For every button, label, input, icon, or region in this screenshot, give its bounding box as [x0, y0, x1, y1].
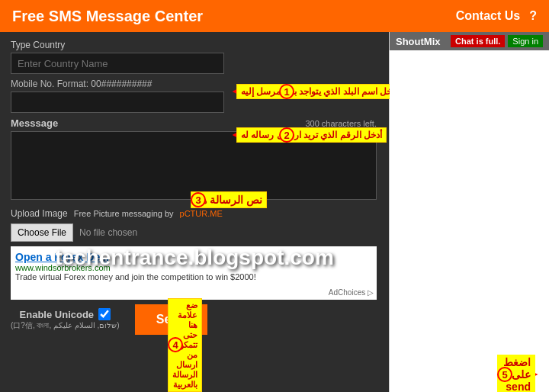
num-1: 1	[279, 84, 294, 99]
free-picture-label: Free Picture messaging by	[74, 209, 174, 218]
annotation-2-text: أدخل الرقم الذي تريد ارسال رساله له	[236, 127, 387, 143]
unicode-section: Enable Unicode (口?信, বাংলা, שלום, السلام…	[11, 308, 120, 331]
ad-area: Open a Forex De... www.windsorbrokers.co…	[11, 246, 377, 300]
header: Free SMS Message Center Contact Us ?	[0, 0, 549, 32]
form-area: Type Country Mobile No. Format: 00######…	[0, 32, 389, 392]
annotation-1-text: أدخل اسم البلد الذي يتواجد به المرسل إلي…	[236, 84, 403, 99]
annotation-5: اضغط على send 5	[497, 368, 535, 381]
help-button[interactable]: ?	[529, 9, 537, 23]
shoutmix-header: ShoutMix Chat is full. Sign in	[390, 32, 549, 50]
unicode-checkbox[interactable]	[98, 308, 111, 320]
app-title: Free SMS Message Center	[12, 8, 203, 25]
sidebar: ShoutMix Chat is full. Sign in	[389, 32, 549, 392]
annotation-2: أدخل الرقم الذي تريد ارسال رساله له 2	[236, 127, 294, 143]
upload-row: Upload Image Free Picture messaging by p…	[11, 208, 378, 219]
num-3: 3	[191, 192, 206, 207]
num-2: 2	[279, 127, 294, 143]
no-file-chosen: No file chosen	[79, 227, 137, 238]
ad-choices[interactable]: AdChoices ▷	[329, 288, 374, 297]
mobile-input[interactable]	[11, 92, 224, 113]
upload-label: Upload Image	[11, 208, 68, 219]
shoutmix-title: ShoutMix	[396, 36, 441, 47]
sidebar-content	[390, 50, 549, 392]
sign-in-button[interactable]: Sign in	[508, 35, 543, 47]
annotation-1: أدخل اسم البلد الذي يتواجد به المرسل إلي…	[236, 84, 294, 99]
header-right: Contact Us ?	[456, 9, 537, 23]
free-picture-link[interactable]: pCTUR.ME	[180, 209, 223, 218]
annotation-4: ضع علامة هنا حتى تتمكن من ارسال الرسالة …	[168, 337, 183, 352]
ad-text: Trade virtual Forex money and join the c…	[15, 272, 372, 281]
contact-us-link[interactable]: Contact Us	[456, 9, 520, 23]
unicode-sublabel: (口?信, বাংলা, שלום, السلام عليكم)	[11, 320, 120, 331]
upload-section: Upload Image Free Picture messaging by p…	[11, 208, 378, 242]
country-input[interactable]	[11, 53, 224, 74]
annotation-3: نص الرسالة هنا 3	[191, 192, 206, 207]
ad-link[interactable]: Open a Forex De...	[15, 251, 372, 263]
country-row: Type Country	[11, 40, 378, 74]
chat-status: Chat is full.	[451, 35, 505, 47]
choose-file-button[interactable]: Choose File	[11, 223, 73, 242]
num-5: 5	[497, 367, 512, 382]
country-label: Type Country	[11, 40, 378, 50]
main-layout: Type Country Mobile No. Format: 00######…	[0, 32, 549, 392]
num-4: 4	[168, 337, 183, 352]
ad-site: www.windsorbrokers.com	[15, 263, 372, 272]
message-label: Messsage	[11, 117, 58, 129]
unicode-label: Enable Unicode	[20, 309, 95, 320]
